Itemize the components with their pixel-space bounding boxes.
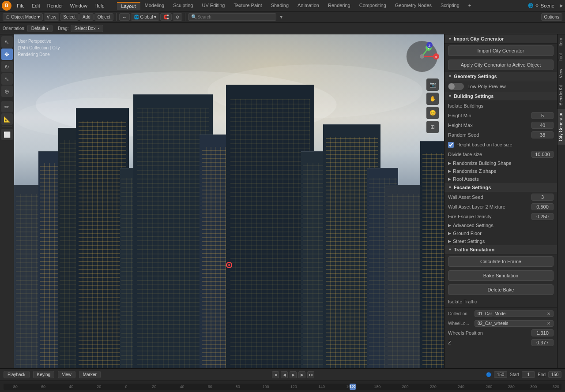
- tab-animation[interactable]: Animation: [293, 2, 324, 10]
- menu-window[interactable]: Window: [67, 2, 91, 9]
- timeline-playhead[interactable]: 150: [350, 384, 356, 390]
- mode-selector[interactable]: ⬡ Object Mode ▾: [3, 13, 43, 21]
- viewport-gizmo[interactable]: X Y Z: [404, 39, 440, 74]
- import-section-header[interactable]: ▼ Import City Generator: [444, 34, 557, 44]
- delete-bake-btn[interactable]: Delete Bake: [448, 284, 554, 295]
- far-tab-item[interactable]: Item: [557, 34, 565, 50]
- options-btn[interactable]: Options: [541, 13, 562, 21]
- menu-render[interactable]: Render: [44, 2, 67, 9]
- geometry-section-header[interactable]: ▼ Geometry Settings: [444, 72, 557, 81]
- tab-sculpting[interactable]: Sculpting: [169, 2, 197, 10]
- tab-geometry-nodes[interactable]: Geometry Nodes: [391, 2, 436, 10]
- far-tab-city-generator[interactable]: City Generator: [557, 109, 565, 145]
- apply-city-btn[interactable]: Apply City Generator to Active Object: [448, 60, 554, 70]
- tab-rendering[interactable]: Rendering: [324, 2, 355, 10]
- measure-tool[interactable]: 📐: [1, 113, 13, 125]
- tab-modeling[interactable]: Modeling: [140, 2, 169, 10]
- grid-icon-btn[interactable]: ⊞: [426, 121, 439, 133]
- marker-btn[interactable]: Marker: [79, 371, 101, 378]
- wheellock-close-icon[interactable]: ✕: [547, 321, 550, 326]
- divide-face-value[interactable]: 10.000: [531, 151, 554, 158]
- proportional-btn[interactable]: ⊙: [173, 13, 182, 21]
- view-btn-status[interactable]: View: [58, 371, 75, 378]
- global-space-btn[interactable]: 🌐 Global ▾: [131, 13, 159, 21]
- tab-texture-paint[interactable]: Texture Paint: [229, 2, 266, 10]
- randomize-z-toggle[interactable]: ▶ Randomise Z shape: [444, 167, 557, 175]
- building-section-header[interactable]: ▼ Building Settings: [444, 92, 557, 101]
- far-tab-blenderkit[interactable]: BlenderKit: [557, 82, 565, 109]
- hand-tool-btn[interactable]: ✋: [426, 93, 439, 105]
- randomize-building-toggle[interactable]: ▶ Randomize Building Shape: [444, 159, 557, 167]
- search-input[interactable]: [197, 15, 273, 19]
- tab-scripting[interactable]: Scripting: [436, 2, 464, 10]
- keying-btn[interactable]: Keying: [33, 371, 55, 378]
- menu-help[interactable]: Help: [91, 2, 108, 9]
- add-cube-tool[interactable]: ⬜: [1, 129, 13, 140]
- snap-btn[interactable]: 🧲: [160, 13, 172, 21]
- object-menu[interactable]: Object: [94, 13, 113, 21]
- street-settings-toggle[interactable]: ▶ Street Settings: [444, 237, 557, 245]
- collection-value[interactable]: 01_Car_Model ✕: [475, 310, 554, 317]
- rand-z-arrow: ▶: [448, 169, 451, 173]
- play-btn[interactable]: ▶: [290, 371, 297, 378]
- start-frame-field[interactable]: 1: [522, 371, 535, 378]
- import-city-btn[interactable]: Import City Generator: [448, 45, 554, 56]
- menu-edit[interactable]: Edit: [28, 2, 44, 9]
- collection-close-icon[interactable]: ✕: [547, 311, 550, 316]
- z-value[interactable]: 0.377: [531, 339, 554, 346]
- tick--40: -40: [68, 385, 73, 389]
- select-cursor-tool[interactable]: ↖: [1, 36, 13, 48]
- ground-floor-toggle[interactable]: ▶ Ground Floor: [444, 229, 557, 237]
- advanced-settings-toggle[interactable]: ▶ Advanced Settings: [444, 221, 557, 229]
- low-poly-toggle[interactable]: [448, 83, 464, 90]
- search-box[interactable]: 🔍: [188, 13, 276, 21]
- tab-compositing[interactable]: Compositing: [355, 2, 391, 10]
- far-tab-tool[interactable]: Tool: [557, 50, 565, 65]
- annotate-tool[interactable]: ✏: [1, 101, 13, 112]
- next-frame-btn[interactable]: ▶: [298, 371, 305, 378]
- viewport[interactable]: User Perspective (150) Collection | City…: [14, 34, 444, 368]
- fire-escape-value[interactable]: 0.250: [531, 213, 554, 220]
- tab-layout[interactable]: Layout: [117, 2, 140, 10]
- view-menu[interactable]: View: [44, 13, 60, 21]
- calculate-frame-btn[interactable]: Calculate to Frame: [448, 256, 554, 267]
- facade-section-header[interactable]: ▼ Facade Settings: [444, 183, 557, 192]
- ground-arrow: ▶: [448, 231, 451, 235]
- playback-btn[interactable]: Playback: [4, 371, 30, 378]
- drag-mode-dropdown[interactable]: Select Box ~: [71, 25, 103, 32]
- traffic-section-header[interactable]: ▼ Traffic Simulation: [444, 245, 557, 254]
- prev-frame-btn[interactable]: ◀: [281, 371, 288, 378]
- add-menu[interactable]: Add: [79, 13, 94, 21]
- roof-label: Roof Assets: [453, 176, 479, 182]
- height-based-checkbox[interactable]: [448, 142, 454, 148]
- current-frame-field[interactable]: 150: [494, 371, 507, 378]
- wall-layer2-value[interactable]: 0.500: [531, 203, 554, 210]
- jump-start-btn[interactable]: ⏮: [272, 371, 279, 378]
- orientation-dropdown[interactable]: Default ▾: [27, 25, 53, 32]
- move-tool[interactable]: ✥: [1, 49, 13, 60]
- height-max-value[interactable]: 40: [531, 122, 554, 129]
- wheellock-value[interactable]: 02_Car_wheels ✕: [475, 320, 554, 327]
- tab-uv-editing[interactable]: UV Editing: [197, 2, 229, 10]
- height-min-value[interactable]: 5: [531, 112, 554, 119]
- transform-btn[interactable]: ↔: [119, 13, 130, 21]
- roof-assets-toggle[interactable]: ▶ Roof Assets: [444, 175, 557, 183]
- jump-end-btn[interactable]: ⏭: [307, 371, 314, 378]
- wheels-pos-value[interactable]: 1.310: [531, 329, 554, 336]
- tab-plus[interactable]: +: [464, 2, 475, 10]
- rotate-tool[interactable]: ↻: [1, 61, 13, 72]
- tab-shading[interactable]: Shading: [267, 2, 293, 10]
- geometry-section-title: Geometry Settings: [454, 74, 497, 79]
- end-frame-field[interactable]: 150: [548, 371, 561, 378]
- far-tab-view[interactable]: View: [557, 65, 565, 82]
- menu-file[interactable]: File: [13, 2, 28, 9]
- scale-tool[interactable]: ⤡: [1, 73, 13, 85]
- transform-tool[interactable]: ⊕: [1, 86, 13, 97]
- camera-icon-btn[interactable]: 📷: [426, 78, 439, 91]
- wall-seed-value[interactable]: 3: [531, 194, 554, 201]
- bake-simulation-btn[interactable]: Bake Simulation: [448, 270, 554, 281]
- face-icon-btn[interactable]: 😊: [426, 107, 439, 119]
- random-seed-value[interactable]: 38: [531, 131, 554, 138]
- timeline-track[interactable]: -80 -60 -40 -20 0 20 40 60 80 100 120 14…: [4, 384, 561, 390]
- select-menu[interactable]: Select: [60, 13, 79, 21]
